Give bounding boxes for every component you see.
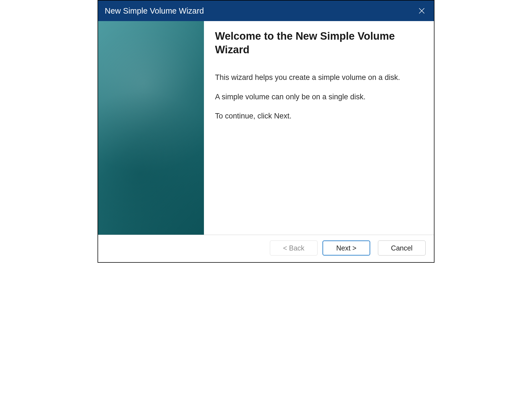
wizard-heading: Welcome to the New Simple Volume Wizard	[215, 29, 423, 57]
titlebar: New Simple Volume Wizard	[98, 1, 434, 21]
window-title: New Simple Volume Wizard	[105, 6, 204, 16]
wizard-instruction: To continue, click Next.	[215, 111, 423, 122]
sidebar-graphic	[98, 21, 204, 235]
wizard-window: New Simple Volume Wizard Welcome to the …	[98, 0, 434, 263]
close-button[interactable]	[416, 5, 427, 16]
close-icon	[418, 7, 426, 15]
button-bar: < Back Next > Cancel	[98, 235, 434, 262]
wizard-description-1: This wizard helps you create a simple vo…	[215, 72, 423, 83]
content-area: Welcome to the New Simple Volume Wizard …	[204, 21, 434, 235]
wizard-description-2: A simple volume can only be on a single …	[215, 92, 423, 102]
wizard-body: Welcome to the New Simple Volume Wizard …	[98, 21, 434, 235]
cancel-button[interactable]: Cancel	[378, 241, 426, 255]
next-button[interactable]: Next >	[323, 241, 370, 255]
back-button: < Back	[270, 241, 318, 255]
